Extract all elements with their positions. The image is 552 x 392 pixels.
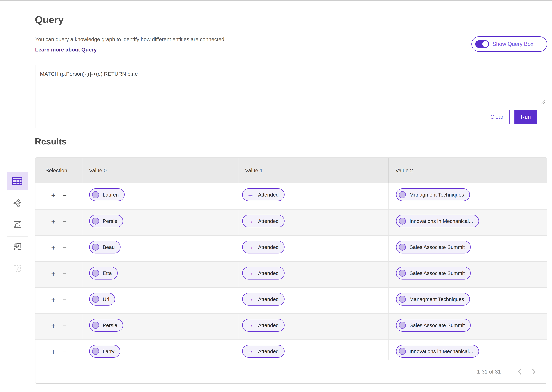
relation-pill[interactable]: → Attended [242,293,285,306]
sidebar-item-map-view[interactable] [7,218,28,231]
entity-label: Sales Associate Summit [410,244,465,250]
resize-grip-icon[interactable] [541,99,546,105]
add-to-selection-button[interactable]: + [51,244,56,261]
entity-pill[interactable]: Sales Associate Summit [396,319,471,332]
add-to-selection-button[interactable]: + [51,270,56,287]
remove-from-selection-button[interactable]: − [63,348,67,360]
entity-label: Innovations in Mechanical... [410,348,473,354]
node-icon [92,322,99,329]
value1-cell: → Attended [238,262,388,287]
value0-cell: Persie [82,210,238,235]
node-icon [92,348,99,355]
entity-pill[interactable]: Etta [89,267,118,280]
table-view-icon [12,177,22,185]
selection-cell: + − [35,340,82,360]
remove-from-selection-button[interactable]: − [63,192,67,209]
value0-cell: Lauren [82,183,238,209]
node-icon [399,322,406,329]
entity-label: Beau [103,244,115,250]
node-icon [92,270,99,277]
entity-pill[interactable]: Innovations in Mechanical... [396,345,479,358]
learn-more-link[interactable]: Learn more about Query [35,47,97,53]
sidebar-item-network-view[interactable] [7,197,28,209]
relation-pill[interactable]: → Attended [242,319,285,332]
clear-button[interactable]: Clear [484,110,510,124]
value1-cell: → Attended [238,210,388,235]
results-title: Results [35,136,67,147]
add-to-selection-button[interactable]: + [51,192,56,209]
page-title: Query [35,14,64,25]
value1-cell: → Attended [238,183,388,209]
add-to-selection-button[interactable]: + [51,322,56,339]
column-header-value2: Value 2 [388,158,547,183]
node-icon [92,217,99,224]
relation-pill[interactable]: → Attended [242,241,285,253]
relation-arrow-icon: → [247,348,254,354]
node-icon [399,348,406,355]
table-row: + − Persie → Attended Sales Associate Su… [35,313,547,339]
sidebar-item-table-view[interactable] [7,172,28,190]
value0-cell: Persie [82,314,238,339]
selection-cell: + − [35,183,82,209]
entity-pill[interactable]: Beau [89,241,120,253]
relation-arrow-icon: → [247,295,254,302]
entity-pill[interactable]: Persie [89,215,123,227]
relation-arrow-icon: → [247,217,254,224]
sidebar-divider [7,237,28,237]
entity-pill[interactable]: Persie [89,319,123,332]
node-icon [399,270,406,277]
node-icon [399,217,406,224]
table-body: + − Lauren → Attended Managment Techniqu… [35,183,547,360]
entity-pill[interactable]: Innovations in Mechanical... [396,215,479,227]
entity-pill[interactable]: Managment Techniques [396,188,470,201]
show-query-box-toggle[interactable]: Show Query Box [471,36,547,52]
entity-pill[interactable]: Lauren [89,188,125,201]
add-to-selection-button[interactable]: + [51,218,56,235]
entity-pill[interactable]: Sales Associate Summit [396,267,471,280]
entity-pill[interactable]: Uri [89,293,115,306]
remove-from-selection-button[interactable]: − [63,322,67,339]
pagination-prev-button[interactable] [517,368,522,375]
value2-cell: Innovations in Mechanical... [388,340,547,360]
entity-label: Managment Techniques [410,296,464,302]
column-header-value0: Value 0 [82,158,238,183]
entity-label: Lauren [103,192,119,198]
table-row: + − Uri → Attended Managment Techniques [35,287,547,313]
entity-label: Persie [103,322,117,328]
value2-cell: Sales Associate Summit [388,314,547,339]
remove-from-selection-button[interactable]: − [63,296,67,313]
query-input[interactable]: MATCH (p:Person)-[r]->(e) RETURN p,r,e [35,65,547,106]
sidebar-item-network-canvas[interactable] [7,241,28,253]
results-table: Selection Value 0 Value 1 Value 2 + − La… [35,157,547,384]
pagination-next-button[interactable] [531,368,536,375]
relation-arrow-icon: → [247,191,254,198]
toggle-switch-icon[interactable] [475,40,489,48]
relation-pill[interactable]: → Attended [242,345,285,358]
run-button[interactable]: Run [514,110,537,124]
network-view-icon [13,199,22,207]
remove-from-selection-button[interactable]: − [63,244,67,261]
table-row: + − Larry → Attended Innovations in Mech… [35,339,547,360]
relation-pill[interactable]: → Attended [242,188,285,201]
relation-label: Attended [258,296,279,302]
value2-cell: Sales Associate Summit [388,262,547,287]
column-header-selection: Selection [35,158,82,183]
add-to-selection-button[interactable]: + [51,348,56,360]
page-description: You can query a knowledge graph to ident… [35,36,226,42]
remove-from-selection-button[interactable]: − [63,270,67,287]
table-footer: 1-31 of 31 [35,360,547,383]
entity-label: Etta [103,270,112,276]
entity-pill[interactable]: Sales Associate Summit [396,241,471,253]
entity-label: Sales Associate Summit [410,322,465,328]
value1-cell: → Attended [238,340,388,360]
entity-pill[interactable]: Managment Techniques [396,293,470,306]
value2-cell: Managment Techniques [388,183,547,209]
relation-label: Attended [258,322,279,328]
relation-pill[interactable]: → Attended [242,215,285,227]
value0-cell: Beau [82,236,238,261]
relation-pill[interactable]: → Attended [242,267,285,280]
add-to-selection-button[interactable]: + [51,296,56,313]
value2-cell: Innovations in Mechanical... [388,210,547,235]
remove-from-selection-button[interactable]: − [63,218,67,235]
entity-pill[interactable]: Larry [89,345,120,358]
